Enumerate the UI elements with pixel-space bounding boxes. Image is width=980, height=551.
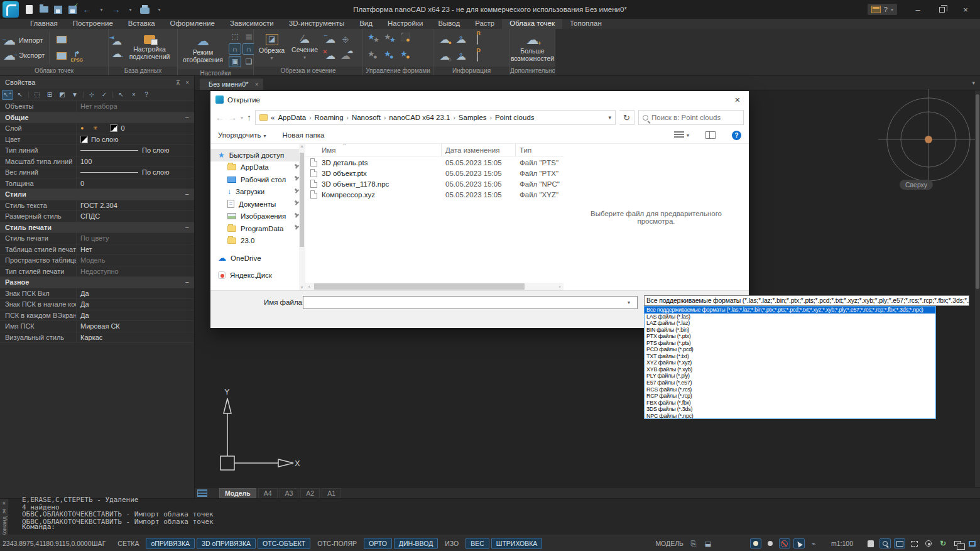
shape-mark-icon[interactable]: ★●	[384, 50, 398, 63]
space-switch-icon[interactable]: ⎘	[688, 538, 699, 548]
cloud-point-info-icon[interactable]: ☁●	[440, 35, 450, 45]
dialog-help-icon[interactable]: ?	[732, 131, 741, 140]
display-mode-button[interactable]: ☁ Режим отображения	[181, 35, 225, 63]
undo-icon[interactable]: ←	[82, 4, 92, 15]
crop-button[interactable]: ◪ Обрезка▾	[257, 34, 286, 61]
canvas-vertical-scrollbar[interactable]	[975, 90, 980, 487]
select-rect-icon[interactable]: ⬚	[31, 90, 43, 100]
save-as-icon[interactable]	[67, 4, 78, 15]
sidebar-item-quick-access[interactable]: ★Быстрый доступ	[210, 149, 305, 161]
property-row[interactable]: Цвет По слою	[0, 134, 194, 146]
breadcrumb-item[interactable]: Samples	[459, 114, 487, 121]
pick-icon[interactable]: ↖	[116, 90, 127, 100]
ribbon-tab[interactable]: Растр	[467, 19, 502, 29]
status-toggle-button[interactable]: ДИН-ВВОД	[394, 538, 438, 549]
format-filter-combo[interactable]: Все поддерживаемые форматы (*.las;*.laz;…	[644, 295, 969, 306]
format-option[interactable]: PTX файлы (*.ptx)	[645, 333, 935, 340]
format-option[interactable]: 3DS файлы (*.3ds)	[645, 406, 935, 413]
property-row[interactable]: Общие	[0, 112, 194, 124]
property-row[interactable]: Тип стилей печати Недоступно	[0, 266, 194, 278]
document-tab-close-icon[interactable]: ×	[255, 81, 259, 88]
format-option[interactable]: E57 файлы (*.e57)	[645, 379, 935, 386]
select-icon[interactable]: ↖	[14, 90, 26, 100]
format-option[interactable]: Все поддерживаемые форматы (*.las;*.laz;…	[645, 307, 935, 314]
property-row[interactable]: Знак ПСК Вкл Да	[0, 288, 194, 300]
search-box[interactable]	[638, 110, 744, 125]
restore-crop-icon[interactable]: ☁←	[325, 35, 335, 45]
select-all-icon[interactable]: ⊞	[44, 90, 55, 100]
new-document-icon[interactable]	[24, 4, 35, 15]
shape-bulb-icon[interactable]: ★●	[400, 50, 414, 63]
view-mode-button[interactable]: ▾	[674, 131, 689, 139]
ribbon-tab[interactable]: 3D-инструменты	[281, 19, 352, 29]
column-name[interactable]: Имя	[305, 144, 442, 156]
ribbon-tab[interactable]: Построение	[65, 19, 121, 29]
panel-close-icon[interactable]: ×	[185, 79, 189, 86]
ribbon-tab[interactable]: Зависимости	[222, 19, 281, 29]
breadcrumb-item[interactable]: AppData	[278, 114, 306, 121]
format-option[interactable]: NPC файлы (*.npc)	[645, 413, 935, 419]
file-row[interactable]: 3D объект.ptx 05.05.2023 15:05 Файл "PTX…	[305, 168, 564, 178]
ribbon-tab[interactable]: Настройки	[380, 19, 430, 29]
import-button[interactable]: ☁→Импорт	[3, 34, 45, 46]
annotation-scale[interactable]: m1:100	[831, 540, 853, 547]
redo-icon[interactable]: →	[111, 4, 121, 15]
property-row[interactable]: ПСК в каждом ВЭкране Да	[0, 310, 194, 322]
status-toggle-button[interactable]: ИЗО	[440, 538, 464, 549]
lightbulb-cursor-icon[interactable]	[750, 538, 761, 548]
status-toggle-button[interactable]: СЕТКА	[112, 538, 144, 549]
property-row[interactable]: Таблица стилей печати Нет	[0, 244, 194, 256]
apply-icon[interactable]: ✓	[99, 90, 110, 100]
filter-icon[interactable]: ▼	[69, 90, 80, 100]
back-icon[interactable]: ←	[215, 112, 224, 123]
property-row[interactable]: Размерный стиль СПДС	[0, 211, 194, 222]
ribbon-tab[interactable]: Вывод	[430, 19, 467, 29]
format-option[interactable]: BIN файлы (*.bin)	[645, 327, 935, 334]
file-row[interactable]: 3D деталь.pts 05.05.2023 15:05 Файл "PTS…	[305, 157, 564, 168]
layout-list-icon[interactable]	[197, 489, 207, 497]
format-option[interactable]: LAS файлы (*.las)	[645, 314, 935, 320]
epsg-icon[interactable]: ↱EPSG	[71, 50, 83, 62]
minimize-button[interactable]: –	[908, 2, 927, 17]
shape-select-icon[interactable]: ★★	[384, 33, 398, 46]
nanocad-logo-icon[interactable]	[3, 1, 19, 18]
command-prompt[interactable]: Команда:	[22, 523, 55, 531]
dialog-close-icon[interactable]: ×	[731, 95, 744, 105]
panel-pin-icon[interactable]: ⊼	[176, 79, 180, 86]
format-option[interactable]: XYZ файлы (*.xyz)	[645, 359, 935, 366]
property-row[interactable]: Визуальный стиль Каркас	[0, 332, 194, 344]
document-tab[interactable]: Без имени0* ×	[200, 79, 263, 90]
help-icon[interactable]: ?	[884, 6, 888, 13]
address-dropdown-icon[interactable]: ▾	[608, 114, 611, 121]
lightbulb-icon[interactable]	[765, 538, 776, 548]
sidebar-item-desktop[interactable]: Рабочий стол	[210, 173, 305, 186]
clear-selection-icon[interactable]: ×	[128, 90, 139, 100]
file-list-hscrollbar[interactable]: ‹›	[305, 283, 564, 290]
cursor-badge-icon[interactable]	[793, 538, 805, 548]
format-option[interactable]: PTS файлы (*.pts)	[645, 340, 935, 347]
format-option[interactable]: XYB файлы (*.xyb)	[645, 366, 935, 373]
viewport-icon[interactable]: ⬓	[702, 538, 714, 548]
zoom-icon[interactable]	[879, 538, 891, 548]
view-navigation-wheel[interactable]	[878, 89, 979, 190]
sidebar-item-documents[interactable]: Документы	[210, 198, 305, 210]
breadcrumb-item[interactable]: Point clouds	[495, 114, 535, 121]
column-date[interactable]: Дата изменения	[442, 144, 516, 156]
fullscreen-icon[interactable]	[966, 538, 977, 548]
preview-pane-toggle-icon[interactable]	[705, 131, 716, 139]
restore-button[interactable]	[932, 2, 951, 17]
db-r-icon[interactable]: R	[477, 35, 478, 44]
redo-dropdown-icon[interactable]: ▾	[125, 4, 136, 15]
property-row[interactable]: Имя ПСК Мировая СК	[0, 321, 194, 332]
qat-more-icon[interactable]: ▾	[154, 4, 165, 15]
ribbon-tab[interactable]: Топоплан	[562, 19, 609, 29]
cube-view-icon[interactable]: ⬚	[229, 31, 241, 42]
help-dropdown-icon[interactable]: ▾	[891, 7, 893, 13]
column-type[interactable]: Тип	[516, 146, 564, 154]
format-option[interactable]: RCS файлы (*.rcs)	[645, 386, 935, 393]
orbit-icon[interactable]	[923, 538, 934, 548]
close-button[interactable]: ×	[956, 2, 975, 17]
move-icon[interactable]: ⊹	[86, 90, 97, 100]
property-row[interactable]: Разное	[0, 277, 194, 288]
command-close-icon[interactable]: ×	[3, 500, 6, 506]
